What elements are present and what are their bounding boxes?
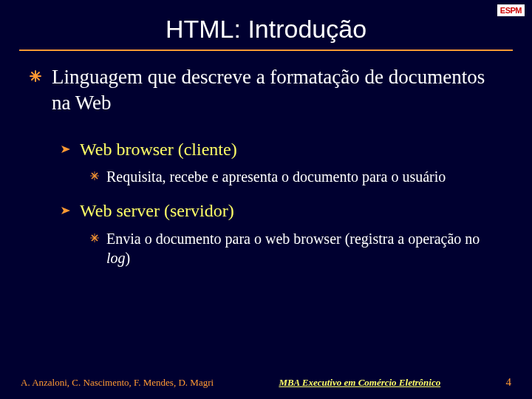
slide-title: HTML: Introdução	[0, 15, 532, 44]
bullet-level2: Web browser (cliente)	[61, 138, 502, 161]
bullet-level3: Requisita, recebe e apresenta o document…	[90, 167, 502, 186]
logo-badge: ESPM	[497, 4, 525, 16]
cross-stitch-icon	[90, 171, 99, 180]
bullet-level1-text: Linguagem que descreve a formatação de d…	[52, 64, 502, 116]
cross-stitch-icon	[90, 233, 99, 242]
arrow-right-icon	[61, 144, 71, 154]
bullet-level1: Linguagem que descreve a formatação de d…	[30, 64, 502, 116]
bullet-level2-text: Web browser (cliente)	[80, 138, 237, 161]
slide-footer: A. Anzaloni, C. Nascimento, F. Mendes, D…	[0, 376, 532, 389]
svg-marker-4	[61, 146, 70, 153]
bullet-l3b-em: log	[106, 250, 126, 266]
indent-level3-group: Envia o documento para o web browser (re…	[61, 229, 502, 267]
bullet-level2-text: Web server (servidor)	[80, 200, 234, 222]
footer-page-number: 4	[506, 376, 512, 389]
bullet-level3-text: Envia o documento para o web browser (re…	[106, 229, 502, 267]
svg-marker-9	[61, 207, 70, 214]
arrow-right-icon	[61, 205, 71, 216]
footer-authors: A. Anzaloni, C. Nascimento, F. Mendes, D…	[21, 377, 214, 389]
bullet-level3-text: Requisita, recebe e apresenta o document…	[106, 167, 446, 186]
bullet-level3: Envia o documento para o web browser (re…	[90, 229, 502, 267]
bullet-level2: Web server (servidor)	[61, 200, 502, 222]
indent-level3-group: Requisita, recebe e apresenta o document…	[61, 167, 502, 186]
asterisk-icon	[30, 70, 41, 82]
slide-content: Linguagem que descreve a formatação de d…	[0, 51, 532, 267]
bullet-l3b-post: )	[126, 250, 131, 266]
indent-level2-group: Web browser (cliente) Requisita, recebe …	[30, 138, 502, 267]
bullet-l3b-pre: Envia o documento para o web browser (re…	[106, 231, 480, 247]
footer-course: MBA Executivo em Comércio Eletrônico	[279, 377, 440, 389]
